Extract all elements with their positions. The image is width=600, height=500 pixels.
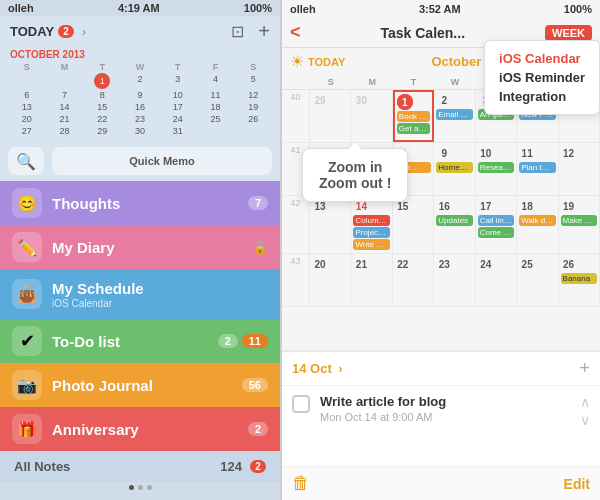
cal-cell[interactable]: 10 — [159, 89, 197, 101]
cal-cell[interactable]: 28 — [46, 125, 84, 137]
cal-cell[interactable]: 20 — [8, 113, 46, 125]
cal-cell-24[interactable]: 24 — [476, 254, 517, 306]
cal-cell[interactable]: 23 — [121, 113, 159, 125]
cal-cell[interactable]: 19 — [234, 101, 272, 113]
cal-cell[interactable]: 11 — [197, 89, 235, 101]
back-button[interactable]: < — [290, 22, 301, 43]
cal-cell[interactable]: 6 — [8, 89, 46, 101]
cal-cell[interactable]: 29 — [83, 125, 121, 137]
cal-cell-23[interactable]: 23 — [434, 254, 475, 306]
cal-cell-16[interactable]: 16Updates — [434, 196, 475, 253]
cal-cell[interactable]: 12 — [234, 89, 272, 101]
today-badge-group[interactable]: TODAY 2 › — [10, 24, 86, 39]
anniversary-count: 2 — [248, 422, 268, 436]
menu-item-anniversary[interactable]: 🎁 Anniversary 2 — [0, 407, 280, 451]
tooltip-item-1[interactable]: iOS Calendar — [499, 49, 585, 68]
chevron-down-icon[interactable]: ∨ — [580, 412, 590, 428]
todo-label: To-Do list — [52, 333, 214, 350]
cal-cell[interactable]: 30 — [121, 125, 159, 137]
menu-item-thoughts[interactable]: 😊 Thoughts 7 — [0, 181, 280, 225]
cal-cell-12[interactable]: 12 — [559, 143, 600, 195]
cal-cell-22[interactable]: 22 — [393, 254, 434, 306]
left-panel: olleh 4:19 AM 100% TODAY 2 › ⊡ + OCTOBER… — [0, 0, 280, 500]
cal-cell-21[interactable]: 21 — [351, 254, 392, 306]
schedule-label: My Schedule — [52, 280, 144, 297]
cal-cell-13[interactable]: 13 — [310, 196, 351, 253]
add-icon[interactable]: + — [258, 20, 270, 43]
cal-cell-19[interactable]: 19Make dinn — [559, 196, 600, 253]
week-button[interactable]: WEEK — [545, 25, 592, 41]
cal-cell-18[interactable]: 18Walk dog — [517, 196, 558, 253]
cal-cell-11[interactable]: 11Plan the r — [517, 143, 558, 195]
cal-cell-29[interactable]: 29 — [310, 90, 351, 142]
cal-cell[interactable]: 3 — [159, 73, 197, 89]
cal-cell[interactable]: 17 — [159, 101, 197, 113]
cal-cell[interactable]: 7 — [46, 89, 84, 101]
quick-memo-button[interactable]: Quick Memo — [52, 147, 272, 175]
cal-cell-9[interactable]: 9Homewor — [434, 143, 475, 195]
cal-cell-17[interactable]: 17Call lindaCome up — [476, 196, 517, 253]
cal-cell[interactable]: 25 — [197, 113, 235, 125]
cal-cell-25[interactable]: 25 — [517, 254, 558, 306]
cal-cell-14[interactable]: 14 Columbus Project meetting Write artic — [351, 196, 392, 253]
task-item: Write article for blog Mon Oct 14 at 9:0… — [282, 386, 600, 466]
cal-row-43: 43 20 21 22 23 24 25 26Banana — [282, 254, 600, 307]
left-time: 4:19 AM — [118, 2, 160, 14]
cal-cell-10[interactable]: 10Research — [476, 143, 517, 195]
cal-cell[interactable]: 24 — [159, 113, 197, 125]
cal-cell[interactable]: 14 — [46, 101, 84, 113]
cal-today[interactable]: 1 — [94, 73, 110, 89]
cal-cell[interactable]: 21 — [46, 113, 84, 125]
menu-item-diary[interactable]: ✏️ My Diary 🔒 — [0, 225, 280, 269]
cal-cell[interactable]: 26 — [234, 113, 272, 125]
search-icon[interactable]: 🔍 — [8, 147, 44, 175]
edit-button[interactable]: Edit — [564, 476, 590, 492]
cal-cell[interactable]: 27 — [8, 125, 46, 137]
cal-cell-30[interactable]: 30 — [351, 90, 392, 142]
cal-cell[interactable]: 4 — [197, 73, 235, 89]
photo-icon: 📷 — [12, 370, 42, 400]
right-status-bar: olleh 3:52 AM 100% — [282, 0, 600, 18]
cal-cell[interactable] — [8, 73, 46, 89]
tooltip-item-2[interactable]: iOS Reminder — [499, 68, 585, 87]
event-updates: Updates — [436, 215, 472, 226]
cal-cell[interactable]: 5 — [234, 73, 272, 89]
trash-icon[interactable]: 🗑 — [292, 473, 310, 494]
cal-cell[interactable]: 18 — [197, 101, 235, 113]
cal-cell-26[interactable]: 26Banana — [559, 254, 600, 306]
cal-cell[interactable]: 13 — [8, 101, 46, 113]
all-notes-bar[interactable]: All Notes 124 2 — [0, 451, 280, 482]
schedule-icon: 👜 — [12, 279, 42, 309]
sun-icon: ☀ — [290, 52, 304, 71]
tooltip-item-3[interactable]: Integration — [499, 87, 585, 106]
cal-cell[interactable]: 22 — [83, 113, 121, 125]
detail-chevron: › — [338, 362, 342, 376]
dot-3 — [147, 485, 152, 490]
cal-cell-2[interactable]: 2Email Alic — [434, 90, 475, 142]
cal-cell-1[interactable]: 1 Book fligh Get a hair — [393, 90, 434, 142]
schedule-sub: iOS Calendar — [52, 298, 268, 309]
cal-cell[interactable]: 9 — [121, 89, 159, 101]
menu-item-photo[interactable]: 📷 Photo Journal 56 — [0, 363, 280, 407]
today-button-small[interactable]: ☀ TODAY — [290, 52, 345, 71]
detail-add-button[interactable]: + — [579, 358, 590, 379]
week-header — [282, 75, 310, 89]
cal-cell[interactable]: 31 — [159, 125, 197, 137]
cal-cell[interactable] — [46, 73, 84, 89]
cal-cell[interactable]: 2 — [121, 73, 159, 89]
photo-count: 56 — [242, 378, 268, 392]
cal-header-m: M — [46, 61, 84, 73]
chevron-up-icon[interactable]: ∧ — [580, 394, 590, 410]
col-header-w: W — [434, 75, 475, 89]
cal-cell[interactable]: 15 — [83, 101, 121, 113]
menu-item-schedule[interactable]: 👜 My Schedule iOS Calendar — [0, 269, 280, 319]
camera-icon[interactable]: ⊡ — [231, 22, 244, 41]
photo-label: Photo Journal — [52, 377, 238, 394]
menu-item-todo[interactable]: ✔ To-Do list 2 11 — [0, 319, 280, 363]
cal-cell-15[interactable]: 15 — [393, 196, 434, 253]
cal-cell[interactable]: 8 — [83, 89, 121, 101]
task-checkbox[interactable] — [292, 395, 310, 413]
cal-cell[interactable]: 16 — [121, 101, 159, 113]
ios-cal-tooltip[interactable]: iOS Calendar iOS Reminder Integration — [484, 40, 600, 115]
cal-cell-20[interactable]: 20 — [310, 254, 351, 306]
